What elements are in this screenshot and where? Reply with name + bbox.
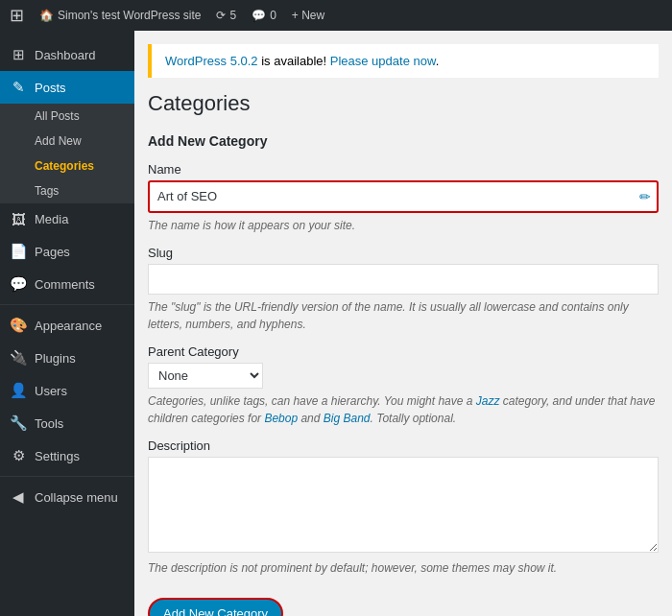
description-label: Description	[148, 438, 659, 453]
slug-hint: The "slug" is the URL-friendly version o…	[148, 298, 659, 333]
description-field-row: Description The description is not promi…	[148, 438, 659, 577]
page-title: Categories	[148, 91, 659, 116]
new-content-link[interactable]: + New	[292, 9, 324, 22]
parent-category-row: Parent Category None Categories, unlike …	[148, 344, 659, 427]
media-icon: 🖼	[10, 211, 27, 227]
sidebar-divider-1	[0, 304, 134, 305]
main-layout: ⊞ Dashboard ✎ Posts All Posts Add New Ca…	[0, 31, 672, 616]
description-hint: The description is not prominent by defa…	[148, 559, 659, 577]
users-icon: 👤	[10, 382, 27, 399]
pages-icon: 📄	[10, 243, 27, 260]
sidebar-item-media[interactable]: 🖼 Media	[0, 203, 134, 235]
bigband-link[interactable]: Big Band	[324, 412, 371, 425]
sidebar-item-collapse[interactable]: ◀ Collapse menu	[0, 481, 134, 513]
house-icon: 🏠	[39, 9, 54, 22]
admin-bar: ⊞ 🏠 Simon's test WordPress site ⟳ 5 💬 0 …	[0, 0, 672, 31]
sidebar-item-plugins[interactable]: 🔌 Plugins	[0, 342, 134, 374]
add-new-category-button[interactable]: Add New Category	[148, 598, 283, 616]
sidebar-item-pages[interactable]: 📄 Pages	[0, 235, 134, 268]
slug-label: Slug	[148, 246, 659, 260]
slug-field-row: Slug The "slug" is the URL-friendly vers…	[148, 246, 659, 333]
parent-hint: Categories, unlike tags, can have a hier…	[148, 392, 659, 427]
sidebar-item-tools[interactable]: 🔧 Tools	[0, 407, 134, 439]
name-hint: The name is how it appears on your site.	[148, 217, 659, 234]
page-content: Categories Add New Category Name ✏ The n…	[134, 78, 672, 616]
parent-label: Parent Category	[148, 344, 659, 359]
sidebar-item-tags[interactable]: Tags	[0, 178, 134, 203]
comments-link[interactable]: 💬 0	[252, 9, 276, 22]
sidebar-item-posts[interactable]: ✎ Posts	[0, 71, 134, 104]
dashboard-icon: ⊞	[10, 46, 27, 63]
jazz-link[interactable]: Jazz	[476, 394, 500, 408]
sidebar-item-users[interactable]: 👤 Users	[0, 374, 134, 407]
slug-input[interactable]	[148, 264, 659, 295]
update-notice: WordPress 5.0.2 is available! Please upd…	[148, 44, 659, 78]
name-input[interactable]	[148, 180, 659, 213]
collapse-icon: ◀	[10, 488, 27, 506]
sidebar-item-dashboard[interactable]: ⊞ Dashboard	[0, 38, 134, 71]
name-field-row: Name ✏ The name is how it appears on you…	[148, 162, 659, 234]
content-area: WordPress 5.0.2 is available! Please upd…	[134, 31, 672, 616]
plugins-icon: 🔌	[10, 349, 27, 367]
bebop-link[interactable]: Bebop	[264, 412, 298, 425]
sidebar-item-settings[interactable]: ⚙ Settings	[0, 439, 134, 472]
name-field-wrapper: ✏	[148, 180, 659, 213]
settings-icon: ⚙	[10, 447, 27, 464]
sidebar-item-all-posts[interactable]: All Posts	[0, 104, 134, 129]
tools-icon: 🔧	[10, 415, 27, 432]
wp-logo[interactable]: ⊞	[10, 5, 24, 26]
description-textarea[interactable]	[148, 457, 659, 553]
name-label: Name	[148, 162, 659, 177]
sidebar: ⊞ Dashboard ✎ Posts All Posts Add New Ca…	[0, 31, 134, 616]
parent-select[interactable]: None	[148, 363, 263, 389]
pencil-icon[interactable]: ✏	[639, 189, 651, 204]
sidebar-item-categories[interactable]: Categories	[0, 154, 134, 178]
sidebar-item-add-new[interactable]: Add New	[0, 129, 134, 154]
appearance-icon: 🎨	[10, 317, 27, 334]
posts-submenu: All Posts Add New Categories Tags	[0, 104, 134, 203]
sidebar-divider-2	[0, 476, 134, 477]
form-section-title: Add New Category	[148, 133, 659, 149]
comment-icon: 💬	[252, 9, 266, 22]
updates-icon: ⟳	[216, 9, 226, 22]
sidebar-item-appearance[interactable]: 🎨 Appearance	[0, 309, 134, 342]
update-link[interactable]: Please update now	[330, 54, 436, 68]
comments-icon: 💬	[10, 275, 27, 293]
wp-version-link[interactable]: WordPress 5.0.2	[165, 54, 258, 68]
site-name-link[interactable]: 🏠 Simon's test WordPress site	[39, 9, 201, 22]
updates-link[interactable]: ⟳ 5	[216, 9, 236, 22]
posts-icon: ✎	[10, 79, 27, 96]
sidebar-item-comments[interactable]: 💬 Comments	[0, 268, 134, 300]
